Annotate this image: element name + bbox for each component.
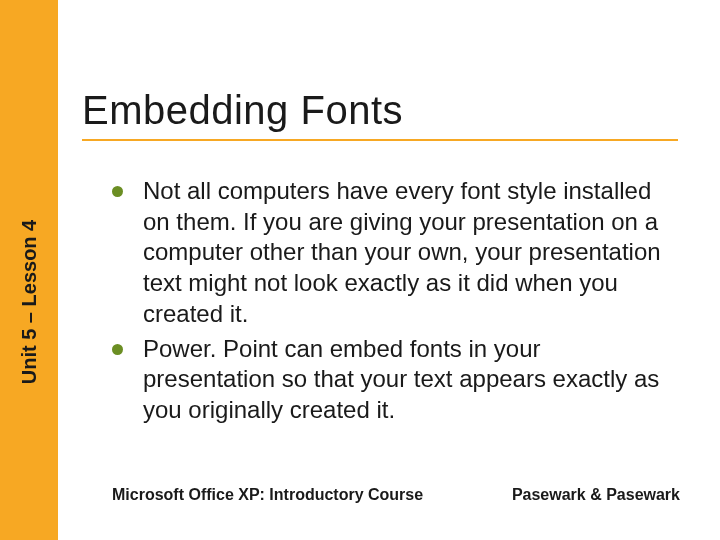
bullet-text: Not all computers have every font style … <box>143 176 672 330</box>
footer: Microsoft Office XP: Introductory Course… <box>112 486 680 504</box>
bullet-icon <box>112 344 123 355</box>
sidebar: Unit 5 – Lesson 4 <box>0 0 58 540</box>
footer-left: Microsoft Office XP: Introductory Course <box>112 486 423 504</box>
footer-right: Pasewark & Pasewark <box>512 486 680 504</box>
bullet-text: Power. Point can embed fonts in your pre… <box>143 334 672 426</box>
bullet-icon <box>112 186 123 197</box>
bullet-item: Not all computers have every font style … <box>112 176 672 330</box>
unit-lesson-label: Unit 5 – Lesson 4 <box>18 220 41 385</box>
slide-title: Embedding Fonts <box>82 88 678 141</box>
content-area: Not all computers have every font style … <box>112 176 672 430</box>
slide: Unit 5 – Lesson 4 Embedding Fonts Not al… <box>0 0 720 540</box>
bullet-item: Power. Point can embed fonts in your pre… <box>112 334 672 426</box>
